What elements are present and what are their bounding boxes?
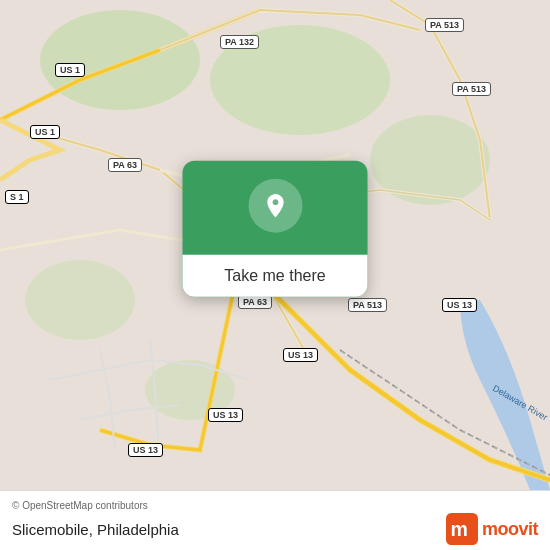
moovit-text: moovit — [482, 519, 538, 540]
moovit-logo: m moovit — [446, 513, 538, 545]
road-label-pa513-mid: PA 513 — [452, 82, 491, 96]
location-pin-icon — [261, 192, 289, 220]
place-name: Slicemobile, Philadelphia — [12, 521, 179, 538]
road-label-us13-mid: US 13 — [283, 348, 318, 362]
road-label-pa132: PA 132 — [220, 35, 259, 49]
location-icon-wrap — [248, 179, 302, 233]
moovit-logo-icon: m — [446, 513, 478, 545]
road-label-us1-mid: US 1 — [30, 125, 60, 139]
road-label-us13-bot2: US 13 — [128, 443, 163, 457]
take-me-there-button[interactable]: Take me there — [183, 255, 368, 297]
popup-card: Take me there — [183, 161, 368, 297]
bottom-bar: © OpenStreetMap contributors Slicemobile… — [0, 490, 550, 550]
road-label-pa63-left: PA 63 — [108, 158, 142, 172]
map-attribution: © OpenStreetMap contributors — [12, 500, 538, 511]
road-label-pa63-right: PA 63 — [238, 295, 272, 309]
svg-point-1 — [40, 10, 200, 110]
map-container: Delaware River — [0, 0, 550, 490]
road-label-us1-s: S 1 — [5, 190, 29, 204]
svg-text:m: m — [450, 518, 467, 540]
place-name-row: Slicemobile, Philadelphia m moovit — [12, 513, 538, 545]
road-label-us1-top: US 1 — [55, 63, 85, 77]
road-label-us13-right: US 13 — [442, 298, 477, 312]
road-label-pa513-bot: PA 513 — [348, 298, 387, 312]
svg-point-4 — [25, 260, 135, 340]
road-label-pa513-top: PA 513 — [425, 18, 464, 32]
road-label-us13-bot1: US 13 — [208, 408, 243, 422]
